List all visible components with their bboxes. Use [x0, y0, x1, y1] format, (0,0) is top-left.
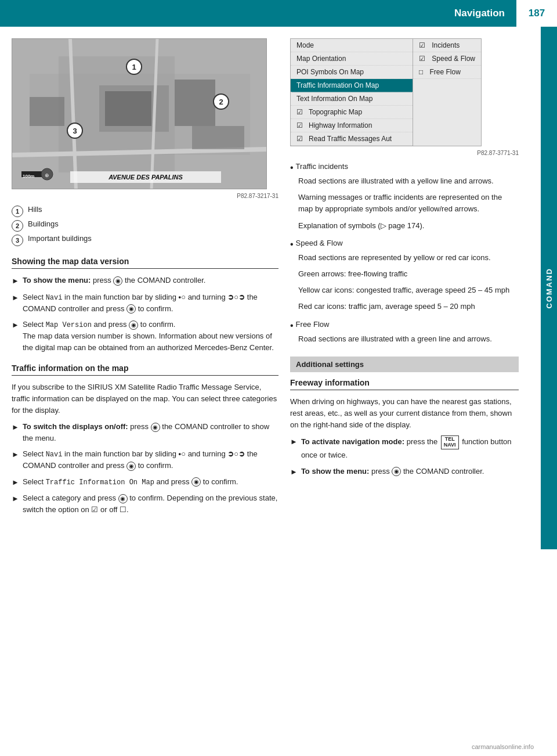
traffic-line-3: Explanation of symbols (▷ page 174).	[298, 220, 519, 232]
step-select-category: ► Select a category and press ◉ to confi…	[12, 492, 278, 515]
menu-label-orientation: Map Orientation	[296, 55, 346, 63]
step-show-menu-2: ► To show the menu: press ◉ the COMAND c…	[290, 466, 519, 478]
legend-label-2: Buildings	[28, 219, 59, 228]
menu-row-read: ☑Read Traffic Messages Aut	[291, 132, 413, 146]
comand-sidebar-label: COMAND	[545, 268, 554, 309]
arrow-icon-8: ►	[290, 436, 298, 448]
legend-label-1: Hills	[28, 205, 42, 214]
menu-label-highway: Highway Information	[309, 121, 372, 129]
svg-text:1: 1	[132, 63, 136, 71]
step-text-7: Select a category and press ◉ to confirm…	[23, 492, 278, 515]
map-photo-credit: P82.87-3217-31	[12, 193, 278, 199]
menu-row-text: Text Information On Map	[291, 92, 413, 106]
legend-circle-2: 2	[12, 220, 23, 232]
submenu-row-freeflow: □ Free Flow	[413, 66, 481, 79]
navi-label: NAVI	[444, 442, 456, 448]
menu-screenshot: Mode Map Orientation POI Symbols On Map …	[290, 38, 482, 146]
controller-btn-1: ◉	[113, 276, 122, 286]
step-text-1: To show the menu: press ◉ the COMAND con…	[23, 275, 278, 286]
submenu-check-speedflow: ☑	[419, 55, 425, 63]
arrow-icon-6: ►	[12, 477, 19, 488]
bullet-title-speedflow: Speed & Flow	[296, 239, 343, 247]
legend-item-3: 3 Important buildings	[12, 234, 278, 246]
menu-label-read: Read Traffic Messages Aut	[309, 135, 392, 143]
right-column: Mode Map Orientation POI Symbols On Map …	[290, 38, 536, 520]
step-bold-1: To show the menu:	[23, 276, 91, 285]
slide-sym-2: •○	[179, 449, 186, 458]
legend-circle-1: 1	[12, 206, 23, 217]
svg-text:2: 2	[219, 98, 223, 106]
freeway-intro: When driving on highways, you can have t…	[290, 396, 519, 431]
menu-check-read: ☑	[296, 135, 303, 143]
traffic-line-2: Warning messages or traffic incidents ar…	[298, 192, 519, 215]
bullet-dot-3: •	[290, 320, 294, 331]
menu-label-traffic: Traffic Information On Map	[296, 81, 379, 89]
turn-sym-2: ➲○➲	[227, 449, 245, 458]
bullet-title-traffic: Traffic incidents	[296, 162, 348, 171]
code-navi-2: Navi	[46, 451, 63, 459]
svg-rect-9	[175, 80, 215, 126]
submenu-label-incidents: Incidents	[432, 41, 460, 49]
menu-label-poi: POI Symbols On Map	[296, 68, 364, 76]
svg-rect-8	[105, 91, 151, 126]
header-title: Navigation	[0, 8, 516, 19]
controller-btn-7: ◉	[118, 494, 128, 503]
arrow-icon-4: ►	[12, 422, 19, 433]
menu-label-topo: Topographic Map	[309, 108, 362, 116]
map-placeholder: 1 2 3 100m ⊕ AVENUE DES PAPALINS	[12, 39, 266, 189]
map-image: 1 2 3 100m ⊕ AVENUE DES PAPALINS	[12, 38, 267, 189]
menu-check-topo: ☑	[296, 108, 303, 116]
bullet-free-flow: • Free Flow Road sections are illustrate…	[290, 320, 519, 345]
menu-with-submenu: Mode Map Orientation POI Symbols On Map …	[291, 39, 481, 146]
arrow-icon-9: ►	[290, 466, 298, 478]
controller-btn-2: ◉	[126, 304, 136, 314]
step-text-8: To activate navigation mode: press the T…	[301, 435, 519, 460]
step-switch-displays: ► To switch the displays on/off: press ◉…	[12, 421, 278, 444]
code-traffic: Traffic Information On Map	[46, 478, 154, 487]
map-legend: 1 Hills 2 Buildings 3 Important building…	[12, 205, 278, 246]
submenu-check-freeflow: □	[419, 68, 423, 76]
section-heading-map-version: Showing the map data version	[12, 257, 278, 269]
main-content: 1 2 3 100m ⊕ AVENUE DES PAPALINS P82.	[0, 27, 557, 531]
speedflow-line-3: Yellow car icons: congested traffic, ave…	[298, 285, 519, 296]
bullet-title-freeflow: Free Flow	[296, 320, 330, 329]
freeflow-line-1: Road sections are illustrated with a gre…	[298, 333, 519, 345]
svg-text:3: 3	[73, 127, 77, 135]
controller-btn-8: ◉	[392, 467, 401, 476]
page-header: Navigation 187	[0, 0, 557, 27]
legend-circle-3: 3	[12, 235, 23, 246]
bullet-dot-2: •	[290, 239, 294, 250]
slide-sym-1: •○	[179, 293, 186, 301]
step-text-3: Select Map Version and press ◉ to confir…	[23, 319, 278, 353]
bullet-content-speedflow: Road sections are represented by yellow …	[290, 252, 519, 313]
step-bold-4: To switch the displays on/off:	[23, 422, 128, 431]
legend-label-3: Important buildings	[28, 234, 92, 243]
code-navi-1: Navi	[46, 294, 63, 302]
menu-row-highway: ☑Highway Information	[291, 119, 413, 132]
svg-text:⊕: ⊕	[45, 172, 49, 178]
step-bold-8: To activate navigation mode:	[301, 438, 404, 447]
step-select-navi-2: ► Select Navi in the main function bar b…	[12, 448, 278, 471]
menu-left: Mode Map Orientation POI Symbols On Map …	[291, 39, 413, 146]
arrow-icon-1: ►	[12, 275, 19, 287]
comand-sidebar: COMAND	[541, 27, 557, 549]
bullet-speed-flow: • Speed & Flow Road sections are represe…	[290, 239, 519, 313]
code-mapversion: Map Version	[46, 321, 92, 329]
submenu-label-freeflow: Free Flow	[430, 68, 461, 76]
section-heading-traffic: Traffic information on the map	[12, 363, 278, 376]
controller-btn-4: ◉	[151, 423, 160, 432]
submenu-label-speedflow: Speed & Flow	[432, 55, 475, 63]
arrow-icon-2: ►	[12, 292, 19, 304]
svg-text:AVENUE DES PAPALINS: AVENUE DES PAPALINS	[108, 174, 183, 181]
step-bold-9: To show the menu:	[301, 467, 369, 476]
speedflow-line-2: Green arrows: free-flowing traffic	[298, 268, 519, 280]
step-show-menu-1: ► To show the menu: press ◉ the COMAND c…	[12, 275, 278, 287]
bullet-content-freeflow: Road sections are illustrated with a gre…	[290, 333, 519, 345]
page-number: 187	[516, 0, 557, 27]
turn-sym-1: ➲○➲	[227, 293, 245, 301]
submenu-col: ☑ Incidents ☑ Speed & Flow □ Free Flow	[413, 39, 481, 146]
svg-rect-10	[192, 126, 244, 149]
traffic-intro: If you subscribe to the SIRIUS XM Satell…	[12, 381, 278, 416]
step-activate-nav: ► To activate navigation mode: press the…	[290, 435, 519, 460]
step-text-9: To show the menu: press ◉ the COMAND con…	[301, 466, 519, 477]
